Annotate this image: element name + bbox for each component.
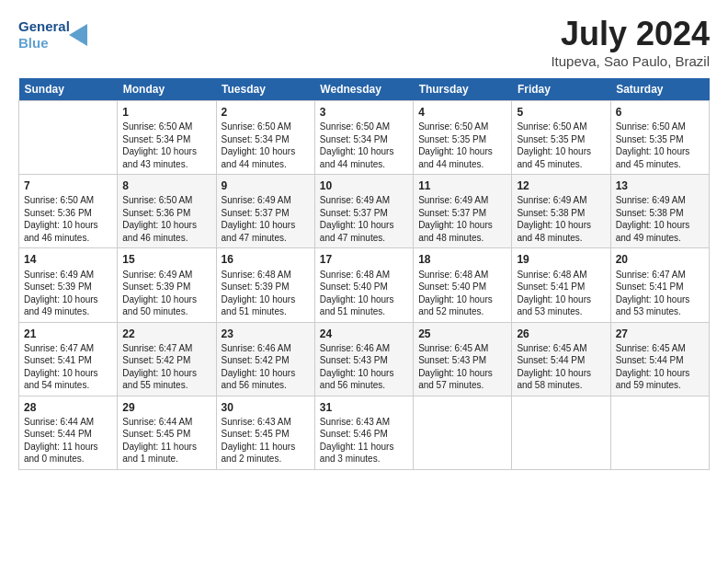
title-block: July 2024 Itupeva, Sao Paulo, Brazil [551, 15, 710, 69]
cell-line: Sunrise: 6:47 AM [122, 342, 210, 355]
cell-content: 30Sunrise: 6:43 AMSunset: 5:45 PMDayligh… [222, 400, 310, 465]
date-number: 13 [616, 178, 704, 193]
calendar-cell: 6Sunrise: 6:50 AMSunset: 5:35 PMDaylight… [610, 101, 709, 175]
calendar-cell: 18Sunrise: 6:48 AMSunset: 5:40 PMDayligh… [414, 248, 512, 322]
cell-line: Daylight: 10 hours [320, 145, 408, 158]
date-number: 4 [418, 105, 506, 120]
cell-line: Daylight: 10 hours [517, 219, 605, 232]
date-number: 11 [418, 178, 506, 193]
cell-line: Sunrise: 6:47 AM [24, 342, 112, 355]
cell-line: and 46 minutes. [122, 232, 210, 245]
cell-line: and 53 minutes. [517, 305, 605, 318]
cell-line: Sunset: 5:36 PM [122, 207, 210, 220]
calendar-cell: 25Sunrise: 6:45 AMSunset: 5:43 PMDayligh… [414, 322, 512, 396]
cell-content: 16Sunrise: 6:48 AMSunset: 5:39 PMDayligh… [222, 252, 310, 317]
date-number: 9 [222, 178, 310, 193]
cell-line: and 59 minutes. [616, 379, 704, 392]
date-number: 7 [24, 178, 112, 193]
cell-content: 19Sunrise: 6:48 AMSunset: 5:41 PMDayligh… [517, 252, 605, 317]
cell-line: Daylight: 10 hours [222, 145, 310, 158]
cell-line: Sunset: 5:41 PM [517, 281, 605, 293]
cell-content: 26Sunrise: 6:45 AMSunset: 5:44 PMDayligh… [517, 327, 605, 392]
cell-line: Sunset: 5:35 PM [616, 133, 704, 146]
cell-line: Sunrise: 6:43 AM [222, 416, 310, 429]
cell-line: and 51 minutes. [320, 305, 408, 318]
cell-content: 31Sunrise: 6:43 AMSunset: 5:46 PMDayligh… [320, 400, 408, 465]
calendar-cell: 12Sunrise: 6:49 AMSunset: 5:38 PMDayligh… [512, 175, 610, 248]
cell-line: Sunset: 5:40 PM [320, 281, 408, 293]
cell-line: Sunrise: 6:50 AM [24, 194, 112, 207]
page: General Blue July 2024 Itupeva, Sao Paul… [0, 0, 728, 563]
cell-line: Sunrise: 6:46 AM [320, 342, 408, 355]
date-number: 3 [320, 105, 408, 120]
date-number: 2 [222, 105, 310, 120]
cell-line: Sunset: 5:34 PM [222, 133, 310, 146]
cell-line: and 48 minutes. [418, 232, 506, 245]
cell-line: Daylight: 10 hours [320, 219, 408, 232]
date-number: 10 [320, 178, 408, 193]
subtitle: Itupeva, Sao Paulo, Brazil [551, 53, 710, 69]
cell-line: and 47 minutes. [320, 232, 408, 245]
cell-line: Sunset: 5:39 PM [24, 281, 112, 293]
weekday-header: Friday [512, 78, 610, 101]
svg-text:Blue: Blue [18, 35, 49, 51]
calendar-cell: 14Sunrise: 6:49 AMSunset: 5:39 PMDayligh… [19, 248, 118, 322]
cell-content: 5Sunrise: 6:50 AMSunset: 5:35 PMDaylight… [517, 105, 605, 170]
date-number: 14 [24, 252, 112, 267]
weekday-header: Sunday [19, 78, 118, 101]
cell-line: Sunrise: 6:50 AM [222, 121, 310, 133]
calendar-week-row: 21Sunrise: 6:47 AMSunset: 5:41 PMDayligh… [19, 322, 710, 396]
cell-content: 14Sunrise: 6:49 AMSunset: 5:39 PMDayligh… [24, 252, 112, 317]
cell-line: Daylight: 10 hours [222, 219, 310, 232]
cell-line: Daylight: 10 hours [418, 293, 506, 306]
date-number: 1 [122, 105, 210, 120]
cell-line: Daylight: 10 hours [122, 219, 210, 232]
cell-content: 10Sunrise: 6:49 AMSunset: 5:37 PMDayligh… [320, 178, 408, 244]
calendar-cell: 9Sunrise: 6:49 AMSunset: 5:37 PMDaylight… [216, 175, 314, 248]
cell-line: Sunset: 5:38 PM [517, 207, 605, 220]
calendar-cell: 21Sunrise: 6:47 AMSunset: 5:41 PMDayligh… [19, 322, 118, 396]
cell-content: 21Sunrise: 6:47 AMSunset: 5:41 PMDayligh… [24, 327, 112, 392]
cell-line: Daylight: 11 hours [222, 441, 310, 454]
cell-line: Sunrise: 6:50 AM [122, 194, 210, 207]
cell-line: Sunset: 5:45 PM [122, 428, 210, 441]
cell-content: 18Sunrise: 6:48 AMSunset: 5:40 PMDayligh… [418, 252, 506, 317]
calendar-cell: 28Sunrise: 6:44 AMSunset: 5:44 PMDayligh… [19, 396, 118, 469]
cell-content: 7Sunrise: 6:50 AMSunset: 5:36 PMDaylight… [24, 178, 112, 244]
cell-line: Sunset: 5:34 PM [122, 133, 210, 146]
calendar-week-row: 1Sunrise: 6:50 AMSunset: 5:34 PMDaylight… [19, 101, 710, 175]
cell-line: Sunrise: 6:49 AM [24, 269, 112, 282]
cell-content: 6Sunrise: 6:50 AMSunset: 5:35 PMDaylight… [616, 105, 704, 170]
cell-content: 22Sunrise: 6:47 AMSunset: 5:42 PMDayligh… [122, 327, 210, 392]
date-number: 24 [320, 327, 408, 341]
cell-content: 20Sunrise: 6:47 AMSunset: 5:41 PMDayligh… [616, 252, 704, 317]
cell-content: 15Sunrise: 6:49 AMSunset: 5:39 PMDayligh… [122, 252, 210, 317]
cell-line: Daylight: 11 hours [24, 441, 112, 454]
weekday-header: Tuesday [216, 78, 314, 101]
date-number: 15 [122, 252, 210, 267]
date-number: 16 [222, 252, 310, 267]
cell-content: 8Sunrise: 6:50 AMSunset: 5:36 PMDaylight… [122, 178, 210, 244]
cell-line: Sunset: 5:37 PM [222, 207, 310, 220]
cell-line: Daylight: 10 hours [24, 293, 112, 306]
cell-line: Sunrise: 6:46 AM [222, 342, 310, 355]
cell-line: Sunset: 5:40 PM [418, 281, 506, 293]
cell-line: and 44 minutes. [320, 158, 408, 171]
date-number: 22 [122, 327, 210, 341]
cell-line: Daylight: 11 hours [122, 441, 210, 454]
cell-line: Daylight: 10 hours [24, 219, 112, 232]
cell-line: and 53 minutes. [616, 305, 704, 318]
date-number: 17 [320, 252, 408, 267]
calendar-cell: 4Sunrise: 6:50 AMSunset: 5:35 PMDaylight… [414, 101, 512, 175]
cell-line: Daylight: 11 hours [320, 441, 408, 454]
cell-line: Sunset: 5:42 PM [222, 354, 310, 367]
cell-line: Sunset: 5:43 PM [320, 354, 408, 367]
cell-line: Sunrise: 6:44 AM [122, 416, 210, 429]
cell-line: Daylight: 10 hours [616, 293, 704, 306]
cell-line: Daylight: 10 hours [122, 145, 210, 158]
calendar-cell: 26Sunrise: 6:45 AMSunset: 5:44 PMDayligh… [512, 322, 610, 396]
cell-line: Daylight: 10 hours [418, 219, 506, 232]
cell-line: and 45 minutes. [616, 158, 704, 171]
calendar-body: 1Sunrise: 6:50 AMSunset: 5:34 PMDaylight… [19, 101, 710, 470]
main-title: July 2024 [551, 15, 710, 53]
